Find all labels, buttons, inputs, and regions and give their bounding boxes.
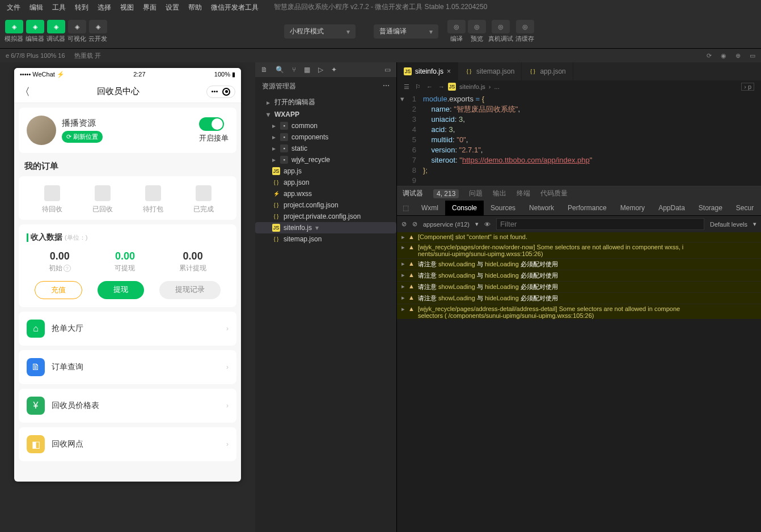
editor-tab[interactable]: { }sitemap.json xyxy=(458,62,522,80)
menu-item[interactable]: 工具 xyxy=(49,1,69,14)
chevron-right-icon: › xyxy=(226,325,229,333)
panel-icon[interactable]: ▭ xyxy=(384,66,391,74)
status-icon[interactable]: ⟳ xyxy=(707,52,712,59)
compile-select[interactable]: 普通编译 xyxy=(374,24,438,39)
dbg-top-tab[interactable]: 代码质量 xyxy=(540,189,568,198)
toolbar-button[interactable]: ◈ xyxy=(89,20,107,33)
more-icon[interactable]: ✦ xyxy=(331,66,337,74)
menu-item[interactable]: ¥回收员价格表› xyxy=(19,389,236,423)
order-tab[interactable]: 已回收 xyxy=(92,185,113,214)
toolbar-button[interactable]: ◈ xyxy=(68,20,86,33)
income-stat: 0.00累计提现 xyxy=(179,250,206,273)
tree-root[interactable]: ▾WXAPP xyxy=(255,109,396,120)
breadcrumb: ☰ ⚐ ← → JS siteinfo.js›... › p xyxy=(397,80,761,93)
devtools-tab[interactable]: Memory xyxy=(614,201,652,215)
tree-item[interactable]: JSsiteinfo.js xyxy=(255,222,396,233)
editor-tab[interactable]: JSsiteinfo.js× xyxy=(397,62,458,80)
menu-item[interactable]: 编辑 xyxy=(26,1,46,14)
menu-item[interactable]: 选择 xyxy=(94,1,115,14)
dbg-top-tab[interactable]: 输出 xyxy=(493,189,506,198)
menu-item[interactable]: 微信开发者工具 xyxy=(208,1,262,14)
status-icon[interactable]: ⊕ xyxy=(735,52,741,59)
menu-item[interactable]: 视图 xyxy=(117,1,137,14)
arrow-left-icon[interactable]: ← xyxy=(426,83,433,91)
tree-item[interactable]: JSapp.js xyxy=(255,165,396,177)
menu-item[interactable]: 界面 xyxy=(139,1,160,14)
files-icon[interactable]: 🗎 xyxy=(261,66,268,74)
refresh-location-button[interactable]: ⟳刷新位置 xyxy=(62,131,103,143)
action-button[interactable]: ◎ xyxy=(468,20,486,33)
order-tab[interactable]: 待回收 xyxy=(42,185,62,214)
order-tab[interactable]: 待打包 xyxy=(143,185,163,214)
js-icon: JS xyxy=(448,83,456,91)
menu-item[interactable]: 设置 xyxy=(162,1,183,14)
context-select[interactable]: appservice (#12) xyxy=(423,221,470,228)
tree-item[interactable]: { }app.json xyxy=(255,177,396,188)
tree-item[interactable]: ▸▪common xyxy=(255,120,396,131)
back-icon[interactable]: 〈 xyxy=(20,85,30,99)
dbg-top-tab[interactable]: 问题 xyxy=(469,189,483,198)
eye-icon[interactable]: 👁 xyxy=(484,221,491,228)
menu-item[interactable]: 帮助 xyxy=(185,1,205,14)
action-button[interactable]: ◎ xyxy=(516,20,534,33)
menu-item[interactable]: 🗎订单查询› xyxy=(19,350,236,384)
status-icon[interactable]: ◉ xyxy=(721,52,726,59)
tree-item[interactable]: ▸▪wjyk_recycle xyxy=(255,154,396,165)
devtools-tab[interactable]: Console xyxy=(445,201,484,215)
tree-item[interactable]: { }project.private.config.json xyxy=(255,211,396,222)
debug-icon[interactable]: ▷ xyxy=(318,66,323,74)
menu-item[interactable]: 转到 xyxy=(71,1,92,14)
hot-reload-label[interactable]: 热重载 开 xyxy=(74,52,101,60)
levels-select[interactable]: Default levels xyxy=(710,221,747,228)
more-icon[interactable]: ⋯ xyxy=(383,82,390,91)
clear-icon[interactable]: ⊘ xyxy=(401,220,407,228)
search-icon[interactable]: 🔍 xyxy=(276,66,284,74)
capsule-menu[interactable] xyxy=(206,86,235,98)
devtools-tab[interactable]: Performance xyxy=(561,201,614,215)
overflow-icon[interactable]: › p xyxy=(741,83,754,91)
console-output[interactable]: ▸▲[Component] slot "content" is not foun… xyxy=(397,232,761,319)
toolbar-button[interactable]: ◈ xyxy=(26,20,44,33)
devtools-tab[interactable]: AppData xyxy=(652,201,692,215)
inspect-icon[interactable]: ⬚ xyxy=(397,201,415,215)
action-button[interactable]: ◎ xyxy=(492,20,510,33)
toolbar-button[interactable]: ◈ xyxy=(47,20,65,33)
avatar[interactable] xyxy=(27,116,56,145)
order-tab[interactable]: 已完成 xyxy=(193,185,214,214)
menu-item[interactable]: 文件 xyxy=(3,1,24,14)
accept-order-switch[interactable] xyxy=(199,117,224,131)
tree-item[interactable]: ▸▪static xyxy=(255,143,396,154)
menu-item[interactable]: ◧回收网点› xyxy=(19,427,236,461)
dbg-top-tab[interactable]: 终端 xyxy=(517,189,530,198)
code-editor[interactable]: ▾123456789 module.exports = { name: "智慧废… xyxy=(397,93,761,186)
filter-input[interactable] xyxy=(496,218,704,230)
devtools-tab[interactable]: Storage xyxy=(692,201,729,215)
tree-item[interactable]: ▸▪components xyxy=(255,131,396,143)
withdraw-records-button[interactable]: 提现记录 xyxy=(159,281,221,299)
list-icon[interactable]: ☰ xyxy=(404,83,409,91)
devtools-tab[interactable]: Network xyxy=(522,201,561,215)
tree-item[interactable]: { }project.config.json xyxy=(255,199,396,211)
mode-select[interactable]: 小程序模式 xyxy=(284,24,356,39)
close-icon[interactable]: × xyxy=(447,67,451,75)
device-label[interactable]: e 6/7/8 Plus 100% 16 xyxy=(6,52,65,59)
issue-count[interactable]: 4, 213 xyxy=(433,189,459,198)
toolbar-button[interactable]: ◈ xyxy=(5,20,23,33)
devtools-tab[interactable]: Secur xyxy=(729,201,760,215)
arrow-right-icon[interactable]: → xyxy=(438,83,445,91)
withdraw-button[interactable]: 提现 xyxy=(98,281,144,299)
editor-tab[interactable]: { }app.json xyxy=(522,62,573,80)
devtools-tab[interactable]: Sources xyxy=(484,201,522,215)
tree-section[interactable]: ▸打开的编辑器 xyxy=(255,96,396,109)
tree-item[interactable]: ⚡app.wxss xyxy=(255,188,396,199)
devtools-tab[interactable]: Wxml xyxy=(415,201,445,215)
tree-item[interactable]: { }sitemap.json xyxy=(255,233,396,245)
action-button[interactable]: ◎ xyxy=(447,20,466,33)
menu-item[interactable]: ⌂抢单大厅› xyxy=(19,312,236,346)
extensions-icon[interactable]: ▦ xyxy=(304,66,310,74)
branch-icon[interactable]: ⑂ xyxy=(292,66,296,74)
status-icon[interactable]: ▭ xyxy=(750,52,755,59)
recharge-button[interactable]: 充值 xyxy=(35,281,82,299)
bookmark-icon[interactable]: ⚐ xyxy=(415,83,421,91)
stop-icon[interactable]: ⊘ xyxy=(412,220,417,228)
